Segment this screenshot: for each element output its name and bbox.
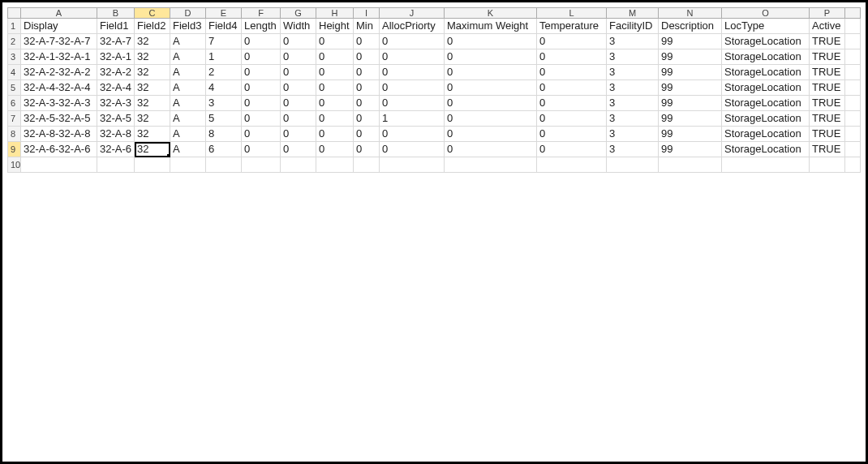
cell[interactable]: TRUE [810,96,845,111]
cell[interactable]: 0 [281,34,316,49]
cell[interactable]: Field2 [135,19,170,34]
cell[interactable]: 32-A-4 [97,80,135,96]
col-header-O[interactable]: O [722,8,810,19]
cell[interactable]: A [170,111,206,127]
cell[interactable]: LocType [722,19,810,34]
cell[interactable]: AllocPriorty [380,19,445,34]
cell[interactable] [206,157,242,173]
cell[interactable]: 1 [380,111,445,127]
cell[interactable]: Height [316,19,354,34]
cell[interactable]: Maximum Weight [445,19,537,34]
cell[interactable]: 32 [135,65,170,80]
cell[interactable]: 32-A-3-32-A-3 [21,96,97,111]
cell[interactable]: 3 [607,34,659,49]
cell[interactable] [170,157,206,173]
cell[interactable]: 0 [316,142,354,157]
cell[interactable]: StorageLocation [722,127,810,142]
cell[interactable]: A [170,65,206,80]
cell[interactable]: 0 [380,49,445,65]
cell[interactable]: 99 [659,111,722,127]
cell[interactable]: TRUE [810,111,845,127]
cell[interactable]: 0 [537,111,607,127]
cell[interactable]: 32 [135,96,170,111]
col-header-I[interactable]: I [354,8,380,19]
cell[interactable]: 2 [206,65,242,80]
cell[interactable]: 0 [380,65,445,80]
col-header-B[interactable]: B [97,8,135,19]
cell[interactable]: 3 [607,127,659,142]
cell[interactable]: A [170,96,206,111]
cell[interactable]: A [170,49,206,65]
cell[interactable]: StorageLocation [722,142,810,157]
cell[interactable]: 6 [206,142,242,157]
cell[interactable]: 32 [135,34,170,49]
cell[interactable]: 0 [354,49,380,65]
cell[interactable]: 0 [354,34,380,49]
active-cell[interactable]: 32 [135,142,170,157]
cell[interactable]: 32-A-6 [97,142,135,157]
cell[interactable]: 0 [354,127,380,142]
cell[interactable]: 0 [445,127,537,142]
cell[interactable]: 0 [316,65,354,80]
cell[interactable]: 32-A-5-32-A-5 [21,111,97,127]
cell[interactable]: 99 [659,96,722,111]
cell[interactable] [607,157,659,173]
cell[interactable]: TRUE [810,80,845,96]
cell[interactable]: 0 [242,127,281,142]
cell[interactable]: 0 [380,96,445,111]
cell[interactable]: 32-A-1-32-A-1 [21,49,97,65]
cell[interactable]: 99 [659,65,722,80]
cell[interactable] [845,19,861,34]
cell[interactable]: 0 [242,142,281,157]
cell[interactable]: 0 [316,49,354,65]
cell[interactable]: Field1 [97,19,135,34]
col-header-blank[interactable] [845,8,861,19]
row-header[interactable]: 2 [8,34,21,49]
cell[interactable]: 0 [445,65,537,80]
col-header-D[interactable]: D [170,8,206,19]
cell[interactable]: 0 [380,127,445,142]
cell[interactable]: 32 [135,127,170,142]
cell[interactable]: 4 [206,80,242,96]
cell[interactable]: 1 [206,49,242,65]
cell[interactable]: Active [810,19,845,34]
cell[interactable] [845,111,861,127]
cell[interactable] [242,157,281,173]
cell[interactable]: 0 [537,65,607,80]
cell[interactable]: 32 [135,111,170,127]
col-header-E[interactable]: E [206,8,242,19]
col-header-L[interactable]: L [537,8,607,19]
cell[interactable]: 0 [354,80,380,96]
cell[interactable]: 0 [537,49,607,65]
cell[interactable]: 32-A-6-32-A-6 [21,142,97,157]
cell[interactable]: Description [659,19,722,34]
cell[interactable]: 0 [380,142,445,157]
cell[interactable]: StorageLocation [722,49,810,65]
cell[interactable] [445,157,537,173]
cell[interactable]: 99 [659,142,722,157]
cell[interactable]: 0 [281,127,316,142]
col-header-M[interactable]: M [607,8,659,19]
cell[interactable]: 3 [607,49,659,65]
cell[interactable]: 0 [281,65,316,80]
cell[interactable]: 0 [354,111,380,127]
cell[interactable]: StorageLocation [722,65,810,80]
cell[interactable]: 0 [281,142,316,157]
cell[interactable]: 32-A-1 [97,49,135,65]
cell[interactable]: Field4 [206,19,242,34]
cell[interactable] [845,80,861,96]
col-header-G[interactable]: G [281,8,316,19]
col-header-J[interactable]: J [380,8,445,19]
cell[interactable]: 0 [281,111,316,127]
spreadsheet-grid[interactable]: A B C D E F G H I J K L M N O P 1 [7,7,861,457]
cell[interactable]: 0 [281,49,316,65]
cell[interactable]: 0 [242,111,281,127]
cell[interactable]: TRUE [810,49,845,65]
cell[interactable]: 0 [316,80,354,96]
cell[interactable]: 0 [316,34,354,49]
cell[interactable]: FacilityID [607,19,659,34]
cell[interactable]: 32-A-8-32-A-8 [21,127,97,142]
cell[interactable]: 0 [316,96,354,111]
cell[interactable]: 0 [242,49,281,65]
cell[interactable]: StorageLocation [722,80,810,96]
